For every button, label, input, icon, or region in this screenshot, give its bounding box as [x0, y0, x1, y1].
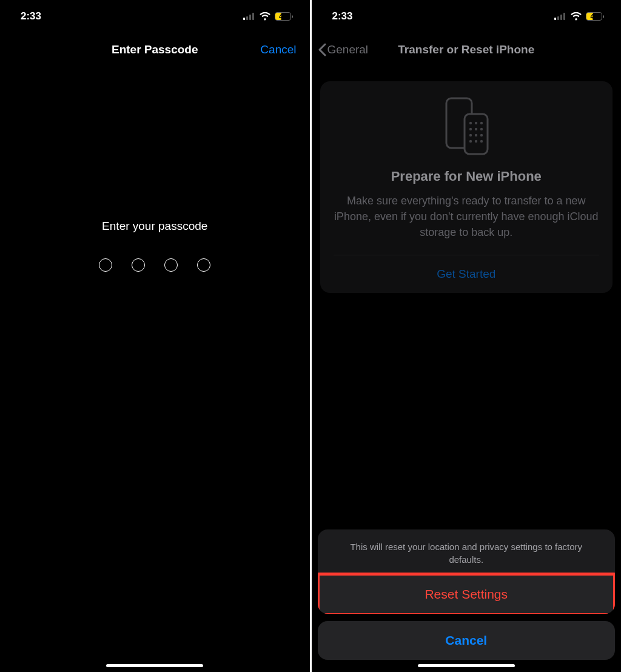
passcode-dot — [164, 258, 178, 272]
passcode-prompt: Enter your passcode — [102, 220, 207, 233]
passcode-title: Enter Passcode — [112, 43, 198, 56]
status-time: 2:33 — [21, 10, 41, 22]
svg-point-16 — [469, 134, 472, 136]
settings-navbar: General Transfer or Reset iPhone — [312, 36, 622, 63]
cancel-button[interactable]: Cancel — [260, 43, 296, 56]
cellular-icon — [554, 13, 566, 20]
svg-point-13 — [469, 128, 472, 130]
svg-rect-4 — [554, 18, 556, 20]
sheet-message: This will reset your location and privac… — [318, 529, 616, 576]
svg-point-20 — [475, 140, 477, 143]
get-started-button[interactable]: Get Started — [334, 255, 600, 293]
home-indicator[interactable] — [418, 664, 515, 667]
action-sheet: This will reset your location and privac… — [318, 529, 616, 660]
status-bar: 2:33 43 — [0, 0, 310, 33]
passcode-dots — [99, 258, 210, 272]
svg-rect-0 — [243, 18, 245, 20]
passcode-navbar: Enter Passcode Cancel — [0, 36, 310, 63]
status-time: 2:33 — [332, 10, 353, 22]
svg-rect-2 — [249, 15, 251, 20]
svg-point-18 — [480, 134, 483, 136]
svg-rect-3 — [252, 13, 254, 20]
svg-rect-7 — [563, 13, 565, 20]
back-label: General — [327, 43, 369, 56]
svg-point-21 — [480, 140, 483, 143]
status-bar: 2:33 43 — [312, 0, 622, 33]
battery-icon: 43 — [275, 12, 293, 21]
card-title: Prepare for New iPhone — [334, 169, 600, 184]
svg-point-17 — [475, 134, 477, 136]
home-indicator[interactable] — [106, 664, 203, 667]
passcode-dot — [197, 258, 210, 272]
svg-rect-5 — [557, 16, 559, 20]
chevron-left-icon — [318, 43, 326, 56]
reset-settings-button[interactable]: Reset Settings — [318, 575, 616, 614]
settings-screen: 2:33 43 General Transfer or Rese — [312, 0, 622, 672]
svg-point-12 — [480, 122, 483, 124]
wifi-icon — [570, 12, 582, 21]
svg-point-10 — [469, 122, 472, 124]
sheet-cancel-button[interactable]: Cancel — [318, 621, 616, 660]
passcode-dot — [132, 258, 145, 272]
svg-point-19 — [469, 140, 472, 143]
prepare-card: Prepare for New iPhone Make sure everyth… — [320, 81, 613, 293]
svg-rect-6 — [560, 15, 562, 20]
back-button[interactable]: General — [318, 43, 369, 56]
cellular-icon — [243, 13, 255, 20]
passcode-dot — [99, 258, 112, 272]
svg-rect-1 — [246, 16, 248, 20]
battery-icon: 43 — [586, 12, 604, 21]
page-title: Transfer or Reset iPhone — [398, 43, 534, 56]
passcode-screen: 2:33 43 Enter Passcode Cancel Enter your… — [0, 0, 310, 672]
card-body: Make sure everything's ready to transfer… — [334, 193, 600, 240]
devices-icon — [334, 97, 600, 156]
svg-point-15 — [480, 128, 483, 130]
svg-point-14 — [475, 128, 477, 130]
wifi-icon — [259, 12, 271, 21]
svg-point-11 — [475, 122, 477, 124]
